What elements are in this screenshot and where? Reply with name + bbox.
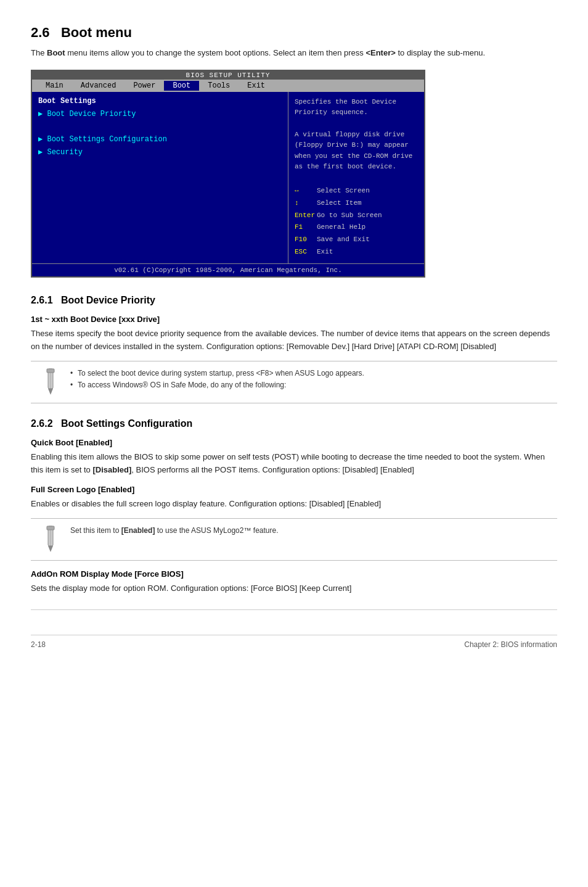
section-title: 2.6 Boot menu [31,25,557,41]
bios-footer: v02.61 (C)Copyright 1985-2009, American … [32,263,424,276]
page-divider [31,609,557,610]
bios-menu-bar: Main Advanced Power Boot Tools Exit [32,80,424,92]
svg-rect-6 [47,526,54,530]
sub262-note-box: Set this item to [Enabled] to use the AS… [31,518,557,561]
bios-screen: BIOS SETUP UTILITY Main Advanced Power B… [31,70,425,278]
bios-nav-general-help: General Help [317,221,365,234]
sub262-full-screen-body: Enables or disables the full screen logo… [31,497,557,510]
sub261-sub-title: 1st ~ xxth Boot Device [xxx Drive] [31,315,557,324]
bios-item-security[interactable]: Security [38,147,282,157]
note-enabled-bold: [Enabled] [121,526,155,535]
sub262-addon-rom-title: AddOn ROM Display Mode [Force BIOS] [31,569,557,579]
sub261-body: These items specify the boot device prio… [31,327,557,353]
bios-menu-advanced[interactable]: Advanced [72,81,125,91]
footer-page-number: 2-18 [31,640,46,649]
bios-right-text1: Specifies the Boot Device Priority seque… [295,97,418,118]
page-footer: 2-18 Chapter 2: BIOS information [31,635,557,649]
svg-marker-1 [48,389,53,395]
sub261-note-box: To select the boot device during system … [31,361,557,403]
svg-rect-2 [47,369,54,373]
intro-bold-boot: Boot [47,48,65,57]
bios-nav-sub-screen: Go to Sub Screen [317,210,382,222]
bios-title-bar: BIOS SETUP UTILITY [32,71,424,80]
sub262-quick-boot-body: Enabling this item allows the BIOS to sk… [31,450,557,477]
note-item-2: To access Windows® OS in Safe Mode, do a… [70,379,364,392]
bios-nav-hint: ↔Select Screen ↕Select Item EnterGo to S… [295,185,418,258]
sub262-full-screen-title: Full Screen Logo [Enabled] [31,485,557,494]
bios-right-panel: Specifies the Boot Device Priority seque… [288,92,424,263]
sub262-disabled-bold: [Disabled] [92,465,131,474]
bios-menu-exit[interactable]: Exit [239,81,274,91]
bios-item-boot-settings-config[interactable]: Boot Settings Configuration [38,134,282,144]
note-item-1: To select the boot device during system … [70,368,364,380]
bios-menu-tools[interactable]: Tools [199,81,239,91]
sub261-title: 2.6.1 Boot Device Priority [31,295,557,306]
sub262-addon-rom-body: Sets the display mode for option ROM. Co… [31,582,557,595]
bios-menu-power[interactable]: Power [125,81,164,91]
bios-nav-select-item: Select Item [317,197,362,210]
sub262-quick-boot-title: Quick Boot [Enabled] [31,438,557,447]
svg-marker-5 [48,546,53,552]
bios-menu-boot[interactable]: Boot [164,81,199,91]
bios-left-panel: Boot Settings Boot Device Priority Boot … [32,92,288,263]
note-pencil-icon [39,368,62,397]
sub261-note-content: To select the boot device during system … [70,368,364,392]
footer-chapter: Chapter 2: BIOS information [464,640,557,649]
bios-nav-select-screen: Select Screen [317,185,370,197]
bios-nav-save-exit: Save and Exit [317,234,370,246]
note-pencil-icon-2 [39,525,62,554]
bios-nav-exit: Exit [317,246,333,258]
intro-paragraph: The Boot menu items allow you to change … [31,47,557,60]
bios-body: Boot Settings Boot Device Priority Boot … [32,92,424,263]
bios-item-boot-device-priority[interactable]: Boot Device Priority [38,109,282,118]
bios-section-header: Boot Settings [38,97,282,105]
sub262-note-content: Set this item to [Enabled] to use the AS… [70,525,279,537]
bios-menu-main[interactable]: Main [37,81,72,91]
sub262-title: 2.6.2 Boot Settings Configuration [31,418,557,429]
intro-bold-enter: <Enter> [365,48,395,57]
bios-right-text2: A virtual floppy disk drive (Floppy Driv… [295,130,418,173]
